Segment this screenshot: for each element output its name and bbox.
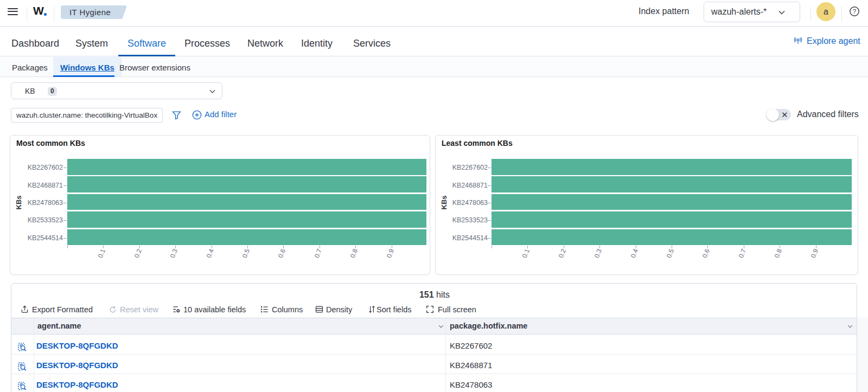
- svg-text:?: ?: [853, 8, 856, 15]
